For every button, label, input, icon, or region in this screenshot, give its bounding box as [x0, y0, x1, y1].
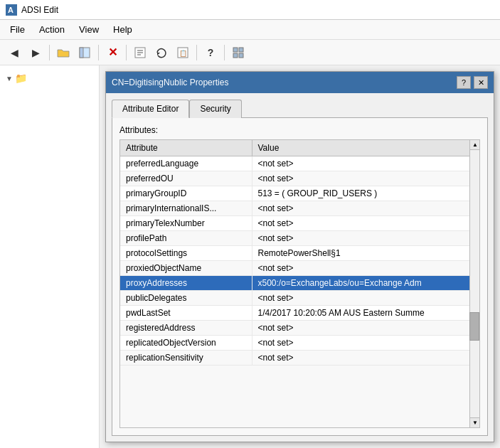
scrollbar-thumb[interactable]: [469, 312, 479, 341]
table-cell-value: <not set>: [252, 171, 479, 186]
table-cell-attribute: profilePath: [120, 231, 252, 246]
svg-rect-11: [233, 48, 238, 52]
toolbar-show-hide-button[interactable]: [75, 43, 95, 63]
tree-arrow-icon: ▼: [6, 75, 13, 82]
table-row[interactable]: publicDelegates<not set>: [120, 291, 479, 306]
table-cell-attribute: primaryTelexNumber: [120, 216, 252, 231]
table-cell-attribute: publicDelegates: [120, 291, 252, 306]
svg-rect-3: [80, 48, 83, 58]
attribute-table-container: Attribute Value preferredLanguage<not se…: [119, 139, 480, 428]
svg-rect-13: [233, 53, 238, 58]
table-cell-value: <not set>: [252, 321, 479, 336]
table-row[interactable]: proxiedObjectName<not set>: [120, 261, 479, 276]
scrollbar[interactable]: ▲ ▼: [469, 140, 479, 427]
app-icon: A: [6, 4, 17, 16]
table-cell-attribute: protocolSettings: [120, 246, 252, 261]
tree-folder-icon: 📁: [15, 73, 27, 84]
toolbar-help-button[interactable]: ?: [201, 43, 220, 63]
table-row[interactable]: pwdLastSet1/4/2017 10:20:05 AM AUS Easte…: [120, 306, 479, 321]
table-cell-value: <not set>: [252, 156, 479, 171]
table-cell-attribute: preferredLanguage: [120, 156, 252, 171]
menu-help[interactable]: Help: [106, 21, 139, 38]
toolbar-folder-button[interactable]: [53, 43, 73, 63]
toolbar-options-button[interactable]: [228, 43, 248, 63]
table-cell-value: <not set>: [252, 231, 479, 246]
menu-bar: File Action View Help: [0, 20, 500, 40]
table-cell-value: <not set>: [252, 216, 479, 231]
table-cell-value: 513 = ( GROUP_RID_USERS ): [252, 186, 479, 201]
table-row[interactable]: replicatedObjectVersion<not set>: [120, 336, 479, 351]
left-panel: ▼ 📁: [0, 65, 100, 448]
table-cell-value: x500:/o=ExchangeLabs/ou=Exchange Adm: [252, 276, 479, 291]
table-cell-value: <not set>: [252, 336, 479, 351]
menu-file[interactable]: File: [3, 21, 32, 38]
tab-bar: Attribute Editor Security: [112, 99, 488, 117]
tab-security[interactable]: Security: [189, 100, 241, 118]
toolbar-delete-button[interactable]: ✕: [102, 43, 122, 63]
table-cell-attribute: primaryInternationalIS...: [120, 201, 252, 216]
attribute-table: Attribute Value preferredLanguage<not se…: [120, 140, 479, 366]
table-row[interactable]: primaryTelexNumber<not set>: [120, 216, 479, 231]
svg-text:📋: 📋: [179, 49, 188, 58]
table-row[interactable]: proxyAddressesx500:/o=ExchangeLabs/ou=Ex…: [120, 276, 479, 291]
table-cell-attribute: primaryGroupID: [120, 186, 252, 201]
tree-item-root[interactable]: ▼ 📁: [3, 71, 96, 85]
table-cell-attribute: replicationSensitivity: [120, 351, 252, 366]
app-title: ADSI Edit: [21, 5, 58, 15]
table-cell-value: <not set>: [252, 291, 479, 306]
table-cell-value: 1/4/2017 10:20:05 AM AUS Eastern Summe: [252, 306, 479, 321]
toolbar-separator-5: [224, 45, 225, 60]
toolbar-back-button[interactable]: ◀: [4, 43, 24, 63]
table-cell-value: RemotePowerShell§1: [252, 246, 479, 261]
table-cell-value: <not set>: [252, 261, 479, 276]
title-bar: A ADSI Edit: [0, 0, 500, 20]
table-cell-attribute: registeredAddress: [120, 321, 252, 336]
table-row[interactable]: primaryInternationalIS...<not set>: [120, 201, 479, 216]
tab-attribute-editor[interactable]: Attribute Editor: [112, 100, 189, 118]
col-header-value[interactable]: Value: [252, 140, 479, 156]
toolbar-forward-button[interactable]: ▶: [26, 43, 46, 63]
svg-marker-8: [157, 53, 160, 55]
scrollbar-up-button[interactable]: ▲: [470, 140, 480, 150]
menu-action[interactable]: Action: [32, 21, 72, 38]
toolbar-separator-2: [98, 45, 99, 60]
table-cell-attribute: pwdLastSet: [120, 306, 252, 321]
table-cell-value: <not set>: [252, 351, 479, 366]
table-cell-attribute: proxyAddresses: [120, 276, 252, 291]
attributes-label: Attributes:: [119, 125, 480, 135]
table-row[interactable]: preferredOU<not set>: [120, 171, 479, 186]
svg-rect-14: [239, 53, 243, 58]
table-row[interactable]: preferredLanguage<not set>: [120, 156, 479, 171]
table-cell-attribute: replicatedObjectVersion: [120, 336, 252, 351]
toolbar-refresh-button[interactable]: [151, 43, 171, 63]
table-row[interactable]: registeredAddress<not set>: [120, 321, 479, 336]
dialog-help-button[interactable]: ?: [457, 76, 471, 89]
svg-rect-12: [239, 48, 243, 52]
dialog-title: CN=DigitisingNublic Properties: [112, 78, 228, 87]
table-row[interactable]: primaryGroupID513 = ( GROUP_RID_USERS ): [120, 186, 479, 201]
tab-content: Attributes: Attribute Value: [112, 117, 488, 436]
table-cell-value: <not set>: [252, 201, 479, 216]
toolbar: ◀ ▶ ✕ 📋 ?: [0, 40, 500, 65]
table-cell-attribute: proxiedObjectName: [120, 261, 252, 276]
table-header-row: Attribute Value: [120, 140, 479, 156]
dialog-title-bar: CN=DigitisingNublic Properties ? ✕: [106, 72, 494, 93]
table-wrapper: Attribute Value preferredLanguage<not se…: [120, 140, 479, 427]
table-row[interactable]: replicationSensitivity<not set>: [120, 351, 479, 366]
table-row[interactable]: profilePath<not set>: [120, 231, 479, 246]
table-row[interactable]: protocolSettingsRemotePowerShell§1: [120, 246, 479, 261]
toolbar-separator-1: [49, 45, 50, 60]
dialog-area: CN=DigitisingNublic Properties ? ✕ Attri…: [100, 65, 500, 448]
menu-view[interactable]: View: [72, 21, 106, 38]
main-area: ▼ 📁 CN=DigitisingNublic Properties ? ✕ A…: [0, 65, 500, 448]
table-cell-attribute: preferredOU: [120, 171, 252, 186]
toolbar-export-button[interactable]: 📋: [173, 43, 193, 63]
toolbar-separator-3: [126, 45, 127, 60]
col-header-attribute[interactable]: Attribute: [120, 140, 252, 156]
dialog-close-button[interactable]: ✕: [474, 76, 488, 89]
dialog-window: CN=DigitisingNublic Properties ? ✕ Attri…: [105, 71, 494, 442]
toolbar-properties-button[interactable]: [130, 43, 150, 63]
scrollbar-down-button[interactable]: ▼: [470, 417, 480, 427]
svg-text:A: A: [8, 6, 14, 14]
toolbar-separator-4: [196, 45, 197, 60]
